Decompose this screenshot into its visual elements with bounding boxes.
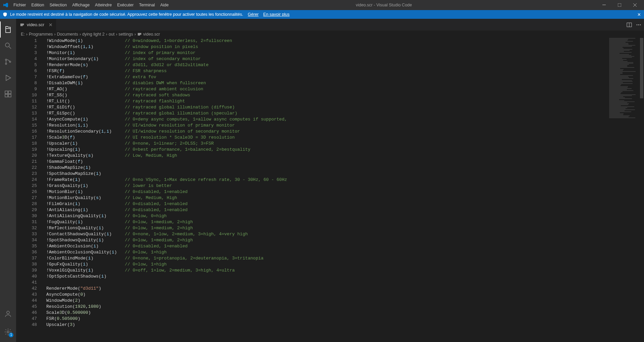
- svg-rect-10: [5, 94, 8, 97]
- vertical-scrollbar[interactable]: [639, 38, 644, 342]
- svg-line-5: [9, 47, 11, 49]
- editor-tab[interactable]: video.scr ✕: [16, 19, 56, 31]
- learn-more-link[interactable]: En savoir plus: [263, 12, 290, 17]
- code-editor[interactable]: 1234567891011121314151617181920212223242…: [16, 38, 644, 342]
- svg-rect-11: [8, 94, 11, 97]
- svg-point-4: [5, 43, 9, 47]
- tab-close-button[interactable]: ✕: [49, 22, 53, 28]
- window-minimize-button[interactable]: [596, 0, 612, 10]
- window-close-button[interactable]: [627, 0, 643, 10]
- breadcrumb-item[interactable]: Programmes: [29, 32, 53, 37]
- settings-badge: 1: [9, 333, 13, 337]
- search-icon[interactable]: [0, 38, 16, 54]
- breadcrumb-separator: ›: [116, 32, 117, 37]
- code-content[interactable]: !WindowMode(i) // 0=windowed, 1=borderle…: [46, 38, 604, 342]
- line-number-gutter: 1234567891011121314151617181920212223242…: [16, 38, 43, 342]
- vscode-icon: [3, 2, 9, 8]
- svg-rect-0: [602, 5, 606, 5]
- menu-affichage[interactable]: Affichage: [69, 0, 92, 10]
- svg-rect-25: [138, 35, 140, 36]
- menu-aide[interactable]: Aide: [158, 0, 171, 10]
- breadcrumb-item[interactable]: out: [109, 32, 114, 37]
- menu-fichier[interactable]: Fichier: [11, 0, 29, 10]
- more-actions-icon[interactable]: [636, 22, 641, 28]
- svg-rect-12: [8, 91, 11, 94]
- file-icon: [19, 22, 25, 28]
- file-icon: [137, 32, 142, 37]
- breadcrumb-separator: ›: [79, 32, 81, 37]
- svg-rect-23: [138, 33, 142, 34]
- svg-rect-17: [20, 25, 23, 26]
- run-debug-icon[interactable]: [0, 70, 16, 86]
- breadcrumb-item[interactable]: settings: [119, 32, 133, 37]
- manage-link[interactable]: Gérer: [248, 12, 259, 17]
- minimap[interactable]: [609, 38, 639, 125]
- breadcrumb-separator: ›: [26, 32, 28, 37]
- extensions-icon[interactable]: [0, 86, 16, 102]
- svg-point-21: [638, 24, 639, 25]
- breadcrumb-item[interactable]: Documents: [57, 32, 78, 37]
- breadcrumb-item[interactable]: video.scr: [137, 32, 160, 37]
- explorer-icon[interactable]: [0, 21, 16, 38]
- svg-point-22: [640, 24, 641, 25]
- breadcrumb-item[interactable]: E:: [21, 32, 25, 37]
- svg-point-13: [7, 311, 9, 314]
- source-control-icon[interactable]: [0, 54, 16, 70]
- menubar: FichierEditionSélectionAffichageAtteindr…: [0, 0, 644, 10]
- breadcrumb-separator: ›: [106, 32, 107, 37]
- split-editor-icon[interactable]: [627, 22, 632, 28]
- svg-rect-24: [138, 34, 142, 35]
- menu-sélection[interactable]: Sélection: [47, 0, 69, 10]
- scrollbar-thumb[interactable]: [640, 38, 643, 98]
- menu-terminal[interactable]: Terminal: [136, 0, 157, 10]
- settings-gear-icon[interactable]: 1: [0, 324, 16, 340]
- editor-area: video.scr ✕ E:›Programmes›Documents›dyin…: [16, 19, 644, 342]
- svg-point-20: [637, 24, 638, 25]
- tab-title: video.scr: [27, 22, 44, 27]
- breadcrumb-item[interactable]: dying light 2: [82, 32, 105, 37]
- svg-rect-9: [5, 91, 8, 94]
- svg-point-14: [7, 331, 9, 333]
- svg-point-7: [5, 63, 7, 64]
- editor-tabs: video.scr ✕: [16, 19, 644, 31]
- breadcrumbs[interactable]: E:›Programmes›Documents›dying light 2›ou…: [16, 31, 644, 38]
- accounts-icon[interactable]: [0, 306, 16, 322]
- shield-icon: [3, 12, 7, 17]
- breadcrumb-separator: ›: [135, 32, 136, 37]
- menu-edition[interactable]: Edition: [29, 0, 47, 10]
- banner-close-button[interactable]: ✕: [634, 12, 644, 17]
- restricted-mode-text: Le mode restreint est destiné à la navig…: [10, 12, 243, 17]
- menu-atteindre[interactable]: Atteindre: [92, 0, 114, 10]
- breadcrumb-separator: ›: [54, 32, 56, 37]
- svg-rect-16: [20, 25, 24, 25]
- restricted-mode-banner: Le mode restreint est destiné à la navig…: [0, 10, 644, 19]
- svg-point-6: [5, 59, 7, 60]
- svg-rect-1: [618, 3, 621, 7]
- window-maximize-button[interactable]: [612, 0, 627, 10]
- menu-exécuter[interactable]: Exécuter: [114, 0, 136, 10]
- window-title: video.scr - Visual Studio Code: [171, 3, 596, 7]
- svg-rect-15: [20, 23, 24, 24]
- activity-bar: 1: [0, 19, 16, 342]
